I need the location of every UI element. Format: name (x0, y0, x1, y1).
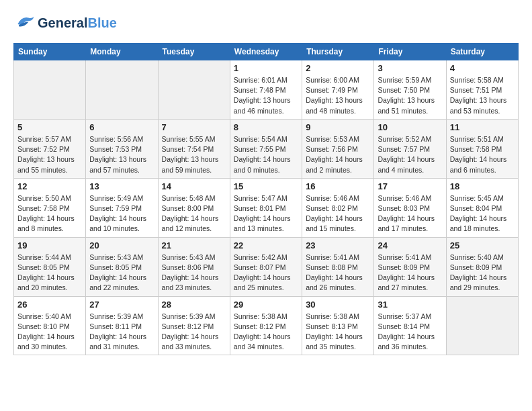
page-header: GeneralBlue (13, 13, 519, 32)
day-number: 19 (17, 240, 82, 250)
calendar-cell: 5Sunrise: 5:57 AMSunset: 7:52 PMDaylight… (14, 119, 86, 178)
day-number: 27 (89, 300, 154, 310)
calendar-cell: 25Sunrise: 5:40 AMSunset: 8:09 PMDayligh… (446, 237, 518, 296)
calendar-cell: 11Sunrise: 5:51 AMSunset: 7:58 PMDayligh… (446, 119, 518, 178)
day-info: Sunrise: 5:53 AMSunset: 7:56 PMDaylight:… (306, 134, 370, 175)
calendar-cell: 19Sunrise: 5:44 AMSunset: 8:05 PMDayligh… (14, 237, 86, 296)
calendar-cell: 24Sunrise: 5:41 AMSunset: 8:09 PMDayligh… (374, 237, 446, 296)
calendar-cell (446, 296, 518, 355)
day-number: 18 (450, 181, 515, 191)
day-number: 6 (89, 122, 154, 132)
day-number: 29 (234, 300, 298, 310)
day-number: 28 (162, 300, 226, 310)
day-number: 16 (306, 181, 370, 191)
logo: GeneralBlue (13, 13, 117, 32)
day-header: Wednesday (230, 44, 302, 60)
day-header: Saturday (446, 44, 518, 60)
day-info: Sunrise: 5:39 AMSunset: 8:11 PMDaylight:… (89, 312, 154, 353)
calendar-cell: 30Sunrise: 5:38 AMSunset: 8:13 PMDayligh… (302, 296, 374, 355)
calendar-cell: 4Sunrise: 5:58 AMSunset: 7:51 PMDaylight… (446, 60, 518, 120)
calendar-cell: 7Sunrise: 5:55 AMSunset: 7:54 PMDaylight… (158, 119, 230, 178)
calendar-week-row: 26Sunrise: 5:40 AMSunset: 8:10 PMDayligh… (14, 296, 519, 355)
day-info: Sunrise: 5:40 AMSunset: 8:09 PMDaylight:… (450, 253, 515, 293)
day-number: 3 (378, 63, 442, 73)
day-info: Sunrise: 5:43 AMSunset: 8:06 PMDaylight:… (162, 253, 226, 293)
calendar-cell: 12Sunrise: 5:50 AMSunset: 7:58 PMDayligh… (14, 178, 86, 237)
logo-icon (13, 13, 35, 32)
day-header: Thursday (302, 44, 374, 60)
calendar-cell: 14Sunrise: 5:48 AMSunset: 8:00 PMDayligh… (158, 178, 230, 237)
day-info: Sunrise: 5:58 AMSunset: 7:51 PMDaylight:… (450, 75, 515, 116)
day-info: Sunrise: 5:38 AMSunset: 8:13 PMDaylight:… (306, 312, 370, 353)
day-number: 7 (162, 122, 226, 132)
day-header: Monday (86, 44, 158, 60)
day-info: Sunrise: 5:47 AMSunset: 8:01 PMDaylight:… (234, 193, 298, 234)
day-number: 15 (234, 181, 298, 191)
day-header: Sunday (14, 44, 86, 60)
day-number: 23 (306, 240, 370, 250)
calendar-week-row: 12Sunrise: 5:50 AMSunset: 7:58 PMDayligh… (14, 178, 519, 237)
day-number: 1 (234, 63, 298, 73)
calendar-cell: 13Sunrise: 5:49 AMSunset: 7:59 PMDayligh… (86, 178, 158, 237)
day-number: 25 (450, 240, 515, 250)
day-info: Sunrise: 5:59 AMSunset: 7:50 PMDaylight:… (378, 75, 442, 116)
calendar-cell: 20Sunrise: 5:43 AMSunset: 8:05 PMDayligh… (86, 237, 158, 296)
day-info: Sunrise: 5:46 AMSunset: 8:02 PMDaylight:… (306, 193, 370, 234)
day-number: 30 (306, 300, 370, 310)
day-info: Sunrise: 5:45 AMSunset: 8:04 PMDaylight:… (450, 193, 515, 234)
calendar-table: SundayMondayTuesdayWednesdayThursdayFrid… (13, 43, 519, 355)
calendar-cell: 3Sunrise: 5:59 AMSunset: 7:50 PMDaylight… (374, 60, 446, 120)
day-info: Sunrise: 5:46 AMSunset: 8:03 PMDaylight:… (378, 193, 442, 234)
calendar-cell: 23Sunrise: 5:41 AMSunset: 8:08 PMDayligh… (302, 237, 374, 296)
day-info: Sunrise: 5:50 AMSunset: 7:58 PMDaylight:… (17, 193, 82, 234)
day-number: 24 (378, 240, 442, 250)
day-info: Sunrise: 5:55 AMSunset: 7:54 PMDaylight:… (162, 134, 226, 175)
calendar-cell: 26Sunrise: 5:40 AMSunset: 8:10 PMDayligh… (14, 296, 86, 355)
day-info: Sunrise: 5:43 AMSunset: 8:05 PMDaylight:… (89, 253, 154, 293)
day-info: Sunrise: 5:41 AMSunset: 8:08 PMDaylight:… (306, 253, 370, 293)
calendar-cell (86, 60, 158, 120)
day-number: 10 (378, 122, 442, 132)
day-number: 14 (162, 181, 226, 191)
calendar-cell: 29Sunrise: 5:38 AMSunset: 8:12 PMDayligh… (230, 296, 302, 355)
calendar-cell: 10Sunrise: 5:52 AMSunset: 7:57 PMDayligh… (374, 119, 446, 178)
calendar-cell: 18Sunrise: 5:45 AMSunset: 8:04 PMDayligh… (446, 178, 518, 237)
calendar-cell: 9Sunrise: 5:53 AMSunset: 7:56 PMDaylight… (302, 119, 374, 178)
day-number: 4 (450, 63, 515, 73)
day-number: 17 (378, 181, 442, 191)
day-number: 21 (162, 240, 226, 250)
day-info: Sunrise: 5:48 AMSunset: 8:00 PMDaylight:… (162, 193, 226, 234)
calendar-cell: 22Sunrise: 5:42 AMSunset: 8:07 PMDayligh… (230, 237, 302, 296)
day-info: Sunrise: 5:42 AMSunset: 8:07 PMDaylight:… (234, 253, 298, 293)
day-info: Sunrise: 5:54 AMSunset: 7:55 PMDaylight:… (234, 134, 298, 175)
calendar-cell (14, 60, 86, 120)
calendar-cell: 21Sunrise: 5:43 AMSunset: 8:06 PMDayligh… (158, 237, 230, 296)
day-number: 11 (450, 122, 515, 132)
calendar-week-row: 5Sunrise: 5:57 AMSunset: 7:52 PMDaylight… (14, 119, 519, 178)
day-info: Sunrise: 5:44 AMSunset: 8:05 PMDaylight:… (17, 253, 82, 293)
calendar-cell: 31Sunrise: 5:37 AMSunset: 8:14 PMDayligh… (374, 296, 446, 355)
calendar-cell: 27Sunrise: 5:39 AMSunset: 8:11 PMDayligh… (86, 296, 158, 355)
day-header: Tuesday (158, 44, 230, 60)
calendar-cell: 6Sunrise: 5:56 AMSunset: 7:53 PMDaylight… (86, 119, 158, 178)
day-info: Sunrise: 6:01 AMSunset: 7:48 PMDaylight:… (234, 75, 298, 116)
calendar-cell: 8Sunrise: 5:54 AMSunset: 7:55 PMDaylight… (230, 119, 302, 178)
day-number: 13 (89, 181, 154, 191)
day-number: 22 (234, 240, 298, 250)
calendar-cell: 1Sunrise: 6:01 AMSunset: 7:48 PMDaylight… (230, 60, 302, 120)
day-info: Sunrise: 5:41 AMSunset: 8:09 PMDaylight:… (378, 253, 442, 293)
calendar-header-row: SundayMondayTuesdayWednesdayThursdayFrid… (14, 44, 519, 60)
day-header: Friday (374, 44, 446, 60)
calendar-week-row: 19Sunrise: 5:44 AMSunset: 8:05 PMDayligh… (14, 237, 519, 296)
day-number: 12 (17, 181, 82, 191)
calendar-cell: 16Sunrise: 5:46 AMSunset: 8:02 PMDayligh… (302, 178, 374, 237)
day-info: Sunrise: 5:37 AMSunset: 8:14 PMDaylight:… (378, 312, 442, 353)
day-info: Sunrise: 5:40 AMSunset: 8:10 PMDaylight:… (17, 312, 82, 353)
day-info: Sunrise: 5:56 AMSunset: 7:53 PMDaylight:… (89, 134, 154, 175)
logo-text: GeneralBlue (38, 15, 117, 30)
day-number: 9 (306, 122, 370, 132)
calendar-cell: 28Sunrise: 5:39 AMSunset: 8:12 PMDayligh… (158, 296, 230, 355)
day-number: 20 (89, 240, 154, 250)
day-number: 8 (234, 122, 298, 132)
day-number: 26 (17, 300, 82, 310)
